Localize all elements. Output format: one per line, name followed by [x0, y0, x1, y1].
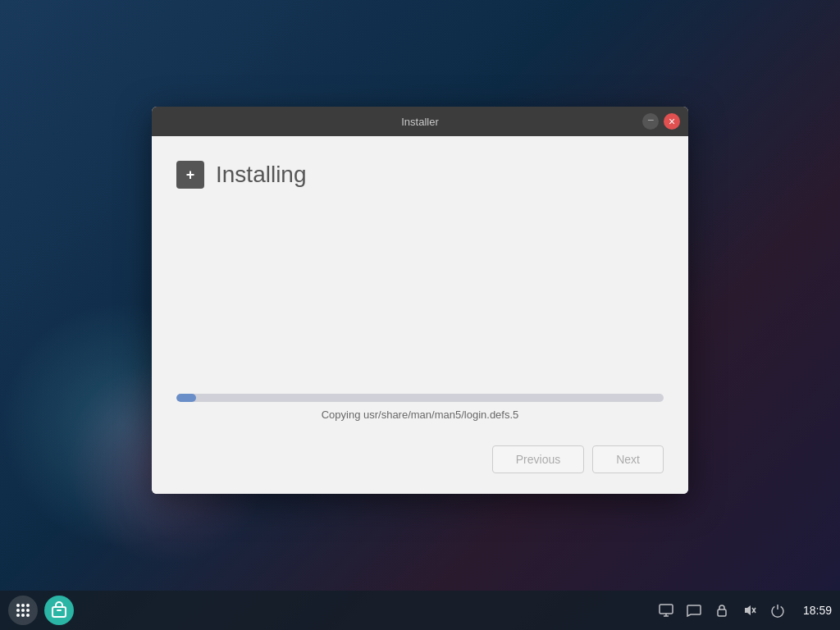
install-icon: +: [176, 161, 204, 189]
svg-rect-10: [57, 609, 62, 611]
svg-rect-12: [718, 609, 726, 616]
next-button[interactable]: Next: [592, 445, 664, 473]
keyring-svg: [714, 602, 730, 619]
svg-point-2: [26, 604, 30, 607]
volume-svg: [742, 602, 758, 619]
volume-icon[interactable]: [742, 602, 758, 619]
button-row: Previous Next: [176, 437, 664, 477]
svg-point-5: [26, 609, 30, 612]
svg-point-1: [21, 604, 25, 607]
apps-icon: [15, 602, 31, 619]
minimize-button[interactable]: −: [642, 113, 659, 130]
content-area: [176, 213, 664, 377]
window-controls: − ×: [642, 113, 680, 130]
display-svg: [658, 602, 674, 619]
taskbar-right: 18:59: [658, 602, 832, 619]
progress-bar-container: [176, 394, 664, 402]
progress-bar-fill: [176, 394, 196, 402]
package-icon: [50, 601, 68, 619]
svg-point-3: [16, 609, 20, 612]
window-titlebar: Installer − ×: [152, 107, 688, 136]
taskbar-clock: 18:59: [797, 604, 832, 617]
taskbar: 18:59: [0, 591, 840, 630]
svg-point-0: [16, 604, 20, 607]
svg-point-4: [21, 609, 25, 612]
page-title: Installing: [216, 162, 307, 188]
power-svg: [769, 602, 786, 619]
progress-status-text: Copying usr/share/man/man5/login.defs.5: [176, 409, 664, 421]
svg-rect-11: [660, 605, 673, 614]
chat-svg: [686, 602, 702, 619]
display-icon[interactable]: [658, 602, 674, 619]
svg-rect-9: [52, 607, 66, 617]
previous-button[interactable]: Previous: [492, 445, 584, 473]
chat-icon[interactable]: [686, 602, 702, 619]
progress-section: Copying usr/share/man/man5/login.defs.5: [176, 377, 664, 437]
svg-point-8: [26, 614, 30, 617]
apps-button[interactable]: [8, 596, 38, 625]
page-header: + Installing: [176, 161, 664, 189]
power-icon[interactable]: [769, 602, 786, 619]
package-manager-button[interactable]: [44, 596, 74, 625]
window-content: + Installing Copying usr/share/man/man5/…: [152, 136, 688, 494]
svg-point-7: [21, 614, 25, 617]
window-title: Installer: [160, 116, 680, 128]
svg-point-6: [16, 614, 20, 617]
installer-window: Installer − × + Installing Copying usr/s…: [152, 107, 688, 494]
close-button[interactable]: ×: [664, 113, 680, 130]
keyring-icon[interactable]: [714, 602, 730, 619]
taskbar-left: [8, 596, 74, 625]
